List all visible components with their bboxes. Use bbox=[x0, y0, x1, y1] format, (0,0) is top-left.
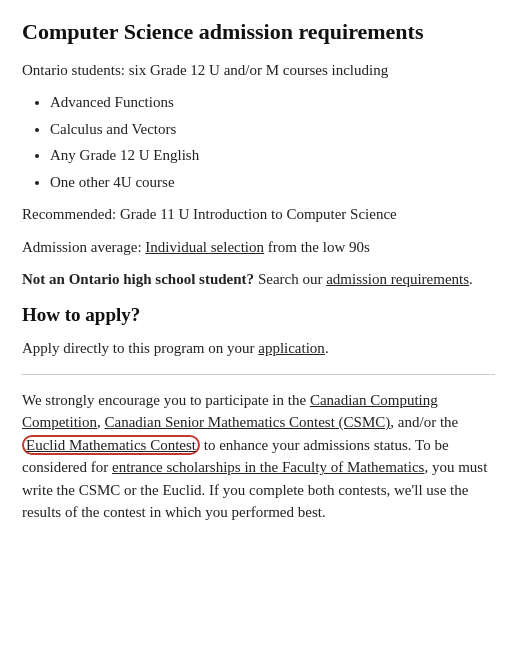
ontario-intro: Ontario students: six Grade 12 U and/or … bbox=[22, 59, 495, 82]
entrance-scholarships-link[interactable]: entrance scholarships in the Faculty of … bbox=[112, 459, 424, 475]
individual-selection-link[interactable]: Individual selection bbox=[145, 239, 264, 255]
list-item: Calculus and Vectors bbox=[50, 118, 495, 141]
recommended-text: Recommended: Grade 11 U Introduction to … bbox=[22, 203, 495, 226]
apply-paragraph: Apply directly to this program on your a… bbox=[22, 337, 495, 360]
admission-average: Admission average: Individual selection … bbox=[22, 236, 495, 259]
non-ontario-paragraph: Not an Ontario high school student? Sear… bbox=[22, 268, 495, 291]
apply-text-prefix: Apply directly to this program on your bbox=[22, 340, 258, 356]
list-item: Any Grade 12 U English bbox=[50, 144, 495, 167]
bottom-intro: We strongly encourage you to participate… bbox=[22, 392, 310, 408]
requirements-list: Advanced Functions Calculus and Vectors … bbox=[50, 91, 495, 193]
apply-text-suffix: . bbox=[325, 340, 329, 356]
euclid-highlight: Euclid Mathematics Contest bbox=[22, 435, 200, 455]
page-title: Computer Science admission requirements bbox=[22, 18, 495, 47]
non-ontario-text: Search our bbox=[254, 271, 326, 287]
list-item: One other 4U course bbox=[50, 171, 495, 194]
bottom-paragraph: We strongly encourage you to participate… bbox=[22, 389, 495, 524]
admission-requirements-link[interactable]: admission requirements bbox=[326, 271, 469, 287]
non-ontario-end: . bbox=[469, 271, 473, 287]
csmc-suffix: , and/ bbox=[390, 414, 423, 430]
csmc-prefix: , bbox=[97, 414, 105, 430]
list-item: Advanced Functions bbox=[50, 91, 495, 114]
bottom-section: We strongly encourage you to participate… bbox=[22, 389, 495, 524]
admission-average-prefix: Admission average: bbox=[22, 239, 145, 255]
admission-average-suffix: from the low 90s bbox=[264, 239, 370, 255]
csmc-link[interactable]: Canadian Senior Mathematics Contest (CSM… bbox=[105, 414, 391, 430]
euclid-link[interactable]: Euclid Mathematics Contest bbox=[26, 437, 196, 453]
section-divider bbox=[22, 374, 495, 375]
application-link[interactable]: application bbox=[258, 340, 325, 356]
euclid-prefix: or the bbox=[424, 414, 459, 430]
non-ontario-bold: Not an Ontario high school student? bbox=[22, 271, 254, 287]
how-to-apply-title: How to apply? bbox=[22, 301, 495, 330]
